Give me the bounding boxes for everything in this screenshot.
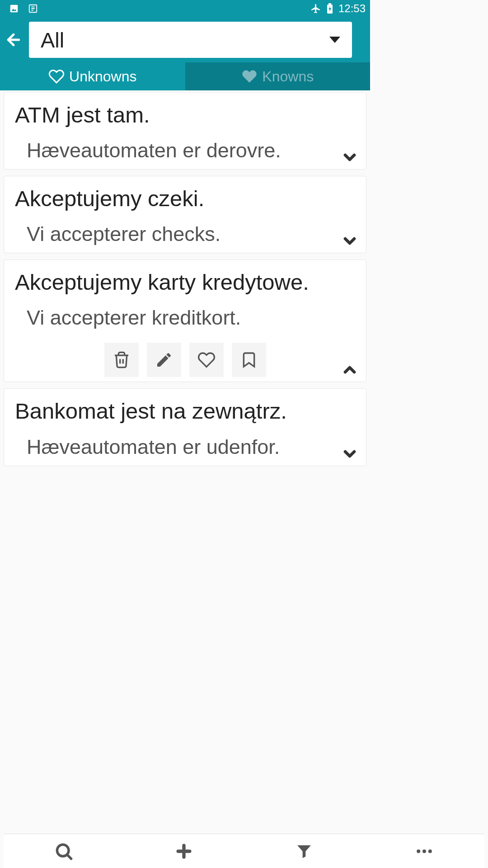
back-button[interactable] [5, 31, 23, 49]
airplane-mode-icon [310, 3, 321, 14]
svg-rect-4 [328, 3, 331, 5]
phrase-list: ATM jest tam. Hæveautomaten er derovre. … [0, 90, 370, 466]
tabs: Unknowns Knowns [0, 62, 370, 90]
phrase-card[interactable]: ATM jest tam. Hæveautomaten er derovre. [4, 92, 366, 170]
tab-unknowns[interactable]: Unknowns [0, 62, 185, 90]
heart-filled-icon [241, 68, 258, 85]
app-bar: All [0, 17, 370, 62]
phrase-primary: Akceptujemy czeki. [15, 184, 355, 213]
favorite-button[interactable] [189, 343, 224, 377]
svg-rect-0 [10, 5, 18, 13]
edit-button[interactable] [147, 343, 181, 377]
status-bar: 12:53 [0, 0, 370, 17]
phrase-primary: Akceptujemy karty kredytowe. [15, 267, 355, 297]
phrase-card-expanded[interactable]: Akceptujemy karty kredytowe. Vi accepter… [4, 259, 366, 382]
phrase-translation: Hæveautomaten er udenfor. [27, 433, 307, 461]
phrase-primary: ATM jest tam. [15, 100, 355, 130]
category-dropdown[interactable]: All [29, 22, 352, 58]
phrase-card[interactable]: Akceptujemy czeki. Vi accepterer checks. [4, 176, 366, 253]
phrase-translation: Vi accepterer checks. [27, 220, 307, 248]
card-actions [15, 343, 355, 377]
dropdown-selected-label: All [41, 28, 64, 52]
heart-outline-icon [48, 68, 65, 85]
notification-text-icon [28, 4, 38, 14]
phrase-translation: Hæveautomaten er derovre. [27, 136, 307, 165]
tab-label: Knowns [262, 68, 314, 85]
expand-button[interactable] [341, 148, 359, 166]
notification-image-icon [9, 4, 19, 14]
phrase-translation: Vi accepterer kreditkort. [27, 303, 355, 332]
phrase-card[interactable]: Bankomat jest na zewnątrz. Hæveautomaten… [4, 388, 366, 466]
dropdown-caret-icon [329, 37, 340, 43]
expand-button[interactable] [341, 232, 359, 250]
tab-knowns[interactable]: Knowns [185, 62, 371, 90]
battery-charging-icon [327, 3, 333, 14]
expand-button[interactable] [341, 445, 359, 463]
phrase-primary: Bankomat jest na zewnątrz. [15, 396, 355, 426]
tab-label: Unknowns [69, 68, 136, 85]
status-time: 12:53 [338, 2, 366, 15]
delete-button[interactable] [104, 343, 139, 377]
bookmark-button[interactable] [232, 343, 266, 377]
collapse-button[interactable] [341, 361, 359, 379]
